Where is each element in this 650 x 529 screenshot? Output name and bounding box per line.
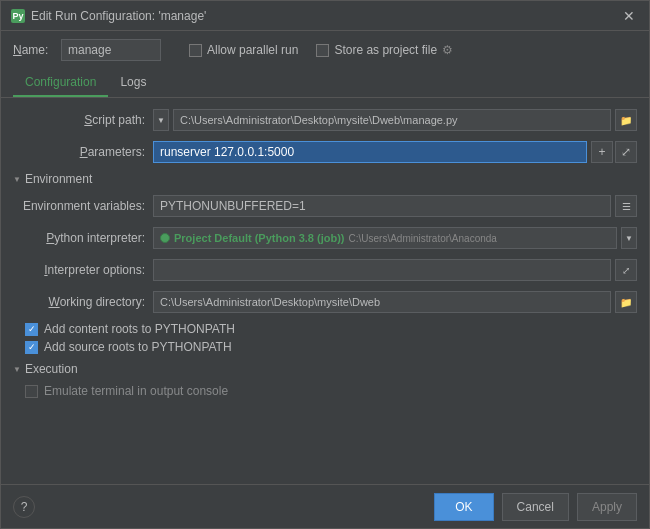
- ok-button[interactable]: OK: [434, 493, 493, 521]
- env-vars-label: Environment variables:: [13, 199, 153, 213]
- parallel-run-checkbox[interactable]: [189, 44, 202, 57]
- parameters-field: + ⤢: [153, 141, 637, 163]
- emulate-terminal-checkbox[interactable]: [25, 385, 38, 398]
- parameters-add-button[interactable]: +: [591, 141, 613, 163]
- working-dir-row: Working directory: 📁: [13, 290, 637, 314]
- env-vars-input[interactable]: [153, 195, 611, 217]
- content-area: Script path: ▼ 📁 Parameters: + ⤢: [1, 98, 649, 484]
- dialog-title: Edit Run Configuration: 'manage': [31, 9, 206, 23]
- environment-section-label: Environment: [25, 172, 92, 186]
- parameters-label: Parameters:: [13, 145, 153, 159]
- name-label: Name:: [13, 43, 53, 57]
- interpreter-options-label: Interpreter options:: [13, 263, 153, 277]
- collapse-triangle: ▼: [13, 175, 21, 184]
- interpreter-display: Project Default (Python 3.8 (job)) C:\Us…: [153, 227, 617, 249]
- env-vars-browse-button[interactable]: ☰: [615, 195, 637, 217]
- footer-buttons: OK Cancel Apply: [434, 493, 637, 521]
- dialog: Py Edit Run Configuration: 'manage' ✕ Na…: [0, 0, 650, 529]
- content-roots-checkbox[interactable]: [25, 323, 38, 336]
- working-dir-browse-button[interactable]: 📁: [615, 291, 637, 313]
- script-path-dropdown[interactable]: ▼: [153, 109, 169, 131]
- help-icon: ?: [21, 500, 28, 514]
- script-path-row: Script path: ▼ 📁: [13, 108, 637, 132]
- interpreter-dropdown-button[interactable]: ▼: [621, 227, 637, 249]
- close-button[interactable]: ✕: [619, 8, 639, 24]
- parameters-controls: + ⤢: [591, 141, 637, 163]
- script-path-browse-button[interactable]: 📁: [615, 109, 637, 131]
- source-roots-row: Add source roots to PYTHONPATH: [13, 340, 637, 354]
- tab-configuration[interactable]: Configuration: [13, 69, 108, 97]
- cancel-button[interactable]: Cancel: [502, 493, 569, 521]
- interpreter-row: Python interpreter: Project Default (Pyt…: [13, 226, 637, 250]
- script-path-field: ▼ 📁: [153, 109, 637, 131]
- interpreter-status-dot: [160, 233, 170, 243]
- execution-collapse-triangle: ▼: [13, 365, 21, 374]
- env-vars-row: Environment variables: ☰: [13, 194, 637, 218]
- help-button[interactable]: ?: [13, 496, 35, 518]
- app-icon: Py: [11, 9, 25, 23]
- interpreter-field: Project Default (Python 3.8 (job)) C:\Us…: [153, 227, 637, 249]
- parameters-row: Parameters: + ⤢: [13, 140, 637, 164]
- execution-section-label: Execution: [25, 362, 78, 376]
- environment-section-header[interactable]: ▼ Environment: [13, 172, 637, 186]
- gear-icon[interactable]: ⚙: [442, 43, 453, 57]
- tabs-row: Configuration Logs: [1, 69, 649, 98]
- store-project-label: Store as project file: [334, 43, 437, 57]
- store-project-checkbox[interactable]: [316, 44, 329, 57]
- interpreter-label: Python interpreter:: [13, 231, 153, 245]
- content-roots-label: Add content roots to PYTHONPATH: [44, 322, 235, 336]
- working-dir-label: Working directory:: [13, 295, 153, 309]
- script-path-label: Script path:: [13, 113, 153, 127]
- parallel-run-label: Allow parallel run: [207, 43, 298, 57]
- interpreter-options-row: Interpreter options: ⤢: [13, 258, 637, 282]
- parallel-run-group: Allow parallel run: [189, 43, 298, 57]
- footer: ? OK Cancel Apply: [1, 484, 649, 528]
- emulate-terminal-label: Emulate terminal in output console: [44, 384, 228, 398]
- emulate-terminal-row: Emulate terminal in output console: [13, 384, 637, 398]
- interpreter-options-external-button[interactable]: ⤢: [615, 259, 637, 281]
- interpreter-text-inner: Project Default (Python 3.8 (job)) C:\Us…: [160, 232, 497, 244]
- interpreter-path: C:\Users\Administrator\Anaconda: [349, 233, 497, 244]
- content-roots-row: Add content roots to PYTHONPATH: [13, 322, 637, 336]
- source-roots-checkbox[interactable]: [25, 341, 38, 354]
- name-input[interactable]: [61, 39, 161, 61]
- title-bar: Py Edit Run Configuration: 'manage' ✕: [1, 1, 649, 31]
- tab-logs[interactable]: Logs: [108, 69, 158, 97]
- store-project-group: Store as project file ⚙: [316, 43, 453, 57]
- env-vars-field: ☰: [153, 195, 637, 217]
- parameters-external-button[interactable]: ⤢: [615, 141, 637, 163]
- execution-section-header[interactable]: ▼ Execution: [13, 362, 637, 376]
- interpreter-options-input[interactable]: [153, 259, 611, 281]
- interpreter-options-field: ⤢: [153, 259, 637, 281]
- working-dir-input[interactable]: [153, 291, 611, 313]
- title-bar-left: Py Edit Run Configuration: 'manage': [11, 9, 206, 23]
- script-path-input[interactable]: [173, 109, 611, 131]
- working-dir-field: 📁: [153, 291, 637, 313]
- apply-button[interactable]: Apply: [577, 493, 637, 521]
- name-row: Name: Allow parallel run Store as projec…: [1, 31, 649, 69]
- source-roots-label: Add source roots to PYTHONPATH: [44, 340, 232, 354]
- parameters-input[interactable]: [153, 141, 587, 163]
- interpreter-name: Project Default (Python 3.8 (job)): [174, 232, 345, 244]
